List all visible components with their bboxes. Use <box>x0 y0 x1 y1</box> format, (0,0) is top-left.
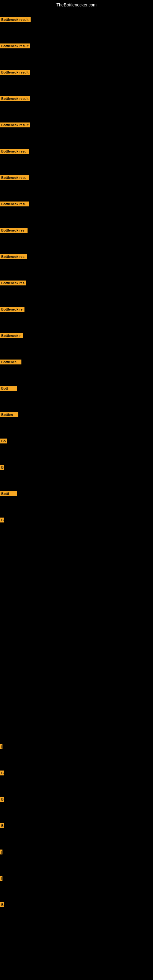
bottleneck-badge: B <box>0 770 4 775</box>
bottleneck-badge: Bottleneck res <box>0 228 27 233</box>
bottleneck-badge: Bottleneck r <box>0 333 23 338</box>
bottleneck-badge: Bottleneck result <box>0 70 30 75</box>
bottleneck-badge: B <box>0 465 4 470</box>
bottleneck-badge: B <box>0 902 4 907</box>
bottleneck-badge: Bottleneck resu <box>0 149 29 154</box>
bottleneck-badge: Bottleneck re <box>0 307 24 312</box>
bottleneck-badge: Bottleneck resu <box>0 175 29 180</box>
bottleneck-badge: B <box>0 517 4 522</box>
bottleneck-badge: Bottl <box>0 491 17 496</box>
bottleneck-badge: Bottlenec <box>0 360 21 364</box>
bottleneck-badge: Bottlen <box>0 412 18 417</box>
bottleneck-badge: Bo <box>0 439 7 444</box>
bottleneck-badge: Bottleneck result <box>0 96 30 101</box>
bottleneck-badge: Bottleneck result <box>0 123 30 127</box>
bottleneck-badge: Bottleneck result <box>0 17 30 22</box>
bottleneck-badge: Bottleneck result <box>0 43 30 48</box>
bottleneck-badge: B <box>0 823 4 828</box>
site-title: TheBottlenecker.com <box>56 2 97 7</box>
bottleneck-badge: Bottleneck res <box>0 254 27 259</box>
bottleneck-badge: Bott <box>0 386 17 391</box>
bottleneck-badge: | <box>0 850 2 854</box>
bottleneck-badge: | <box>0 744 2 749</box>
bottleneck-badge: Bottleneck resu <box>0 202 29 207</box>
bottleneck-badge: B <box>0 797 4 802</box>
bottleneck-badge: Bottleneck res <box>0 280 26 285</box>
bottleneck-badge: | <box>0 876 2 881</box>
